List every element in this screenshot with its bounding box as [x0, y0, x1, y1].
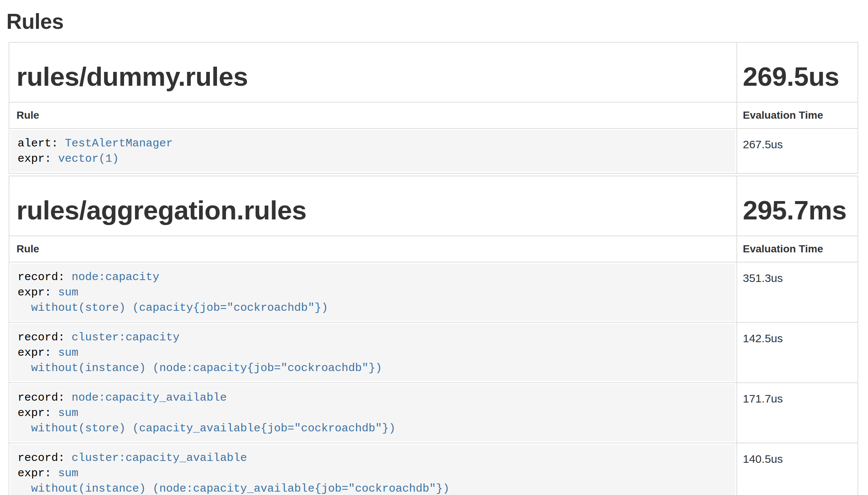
rule-keyword-label: expr:: [18, 467, 58, 480]
rule-keyword-label: expr:: [18, 407, 58, 419]
group-evaluation-total: 269.5us: [743, 62, 852, 91]
evaluation-time-column-header: Evaluation Time: [737, 236, 858, 262]
rule-evaluation-time: 351.3us: [737, 262, 858, 322]
rule-name-link[interactable]: node:capacity_available: [72, 391, 227, 404]
rule-keyword-label: record:: [18, 452, 72, 464]
rule-keyword-label: expr:: [18, 346, 58, 359]
rule-expr-link[interactable]: without(store) (capacity_available{job="…: [18, 422, 395, 435]
rule-definition-cell: record: node:capacity expr: sum without(…: [9, 262, 737, 322]
rule-keyword-label: record:: [18, 391, 72, 404]
rule-keyword-label: alert:: [18, 137, 65, 150]
rule-keyword-label: expr:: [18, 286, 58, 299]
rule-evaluation-time: 171.7us: [737, 383, 858, 443]
rule-evaluation-time: 142.5us: [737, 322, 858, 383]
rule-expr-link[interactable]: sum: [58, 467, 78, 480]
rule-keyword-label: expr:: [18, 152, 58, 165]
page-title: Rules: [6, 10, 859, 33]
rule-expr-link[interactable]: sum: [58, 286, 78, 299]
rule-definition-code: record: cluster:capacity expr: sum witho…: [10, 324, 735, 381]
column-header-row: Rule Evaluation Time: [9, 102, 858, 128]
group-header-row: rules/aggregation.rules 295.7ms: [9, 176, 858, 236]
rule-group-table: rules/aggregation.rules 295.7ms Rule Eva…: [9, 176, 858, 495]
rule-row: record: cluster:capacity_available expr:…: [9, 443, 858, 495]
group-total-time-cell: 295.7ms: [737, 176, 858, 236]
rules-page: Rules rules/dummy.rules 269.5us Rule Eva…: [0, 0, 868, 495]
rule-row: record: cluster:capacity expr: sum witho…: [9, 322, 858, 383]
rule-definition-code: record: node:capacity_available expr: su…: [10, 384, 735, 441]
group-evaluation-total: 295.7ms: [743, 196, 852, 225]
rule-definition-code: record: node:capacity expr: sum without(…: [10, 264, 735, 321]
rule-groups-container: rules/dummy.rules 269.5us Rule Evaluatio…: [9, 42, 859, 495]
rule-definition-cell: alert: TestAlertManager expr: vector(1): [9, 128, 737, 173]
rule-name-link[interactable]: cluster:capacity_available: [72, 452, 247, 464]
rule-column-header-label: Rule: [16, 243, 39, 255]
rule-keyword-label: record:: [18, 271, 72, 283]
rule-definition-cell: record: node:capacity_available expr: su…: [9, 383, 737, 443]
rule-name-link[interactable]: cluster:capacity: [72, 331, 180, 344]
evaluation-time-column-header-label: Evaluation Time: [743, 109, 823, 121]
rule-expr-link[interactable]: without(store) (capacity{job="cockroachd…: [18, 301, 328, 314]
rule-expr-link[interactable]: vector(1): [58, 152, 119, 165]
rule-evaluation-time: 140.5us: [737, 443, 858, 495]
rule-row: record: node:capacity expr: sum without(…: [9, 262, 858, 322]
rule-definition-code: record: cluster:capacity_available expr:…: [10, 444, 735, 495]
rule-expr-link[interactable]: without(instance) (node:capacity_availab…: [18, 482, 449, 495]
group-file-title: rules/aggregation.rules: [16, 196, 729, 225]
rule-expr-link[interactable]: sum: [58, 346, 78, 359]
rule-keyword-label: record:: [18, 331, 72, 344]
group-file-title: rules/dummy.rules: [16, 62, 729, 91]
rule-definition-code: alert: TestAlertManager expr: vector(1): [10, 130, 735, 172]
group-file-cell: rules/aggregation.rules: [9, 176, 737, 236]
rule-expr-link[interactable]: without(instance) (node:capacity{job="co…: [18, 362, 382, 374]
evaluation-time-column-header-label: Evaluation Time: [743, 243, 823, 255]
rule-column-header: Rule: [9, 102, 737, 128]
rule-evaluation-time: 267.5us: [737, 128, 858, 173]
rule-definition-cell: record: cluster:capacity expr: sum witho…: [9, 322, 737, 383]
rule-row: record: node:capacity_available expr: su…: [9, 383, 858, 443]
group-total-time-cell: 269.5us: [737, 42, 858, 102]
rule-expr-link[interactable]: sum: [58, 407, 78, 419]
rule-group-table: rules/dummy.rules 269.5us Rule Evaluatio…: [9, 42, 858, 174]
rule-column-header: Rule: [9, 236, 737, 262]
column-header-row: Rule Evaluation Time: [9, 236, 858, 262]
evaluation-time-column-header: Evaluation Time: [737, 102, 858, 128]
rule-definition-cell: record: cluster:capacity_available expr:…: [9, 443, 737, 495]
group-header-row: rules/dummy.rules 269.5us: [9, 42, 858, 102]
rule-name-link[interactable]: TestAlertManager: [65, 137, 173, 150]
rule-column-header-label: Rule: [16, 109, 39, 121]
rule-row: alert: TestAlertManager expr: vector(1) …: [9, 128, 858, 173]
rule-name-link[interactable]: node:capacity: [72, 271, 159, 283]
group-file-cell: rules/dummy.rules: [9, 42, 737, 102]
